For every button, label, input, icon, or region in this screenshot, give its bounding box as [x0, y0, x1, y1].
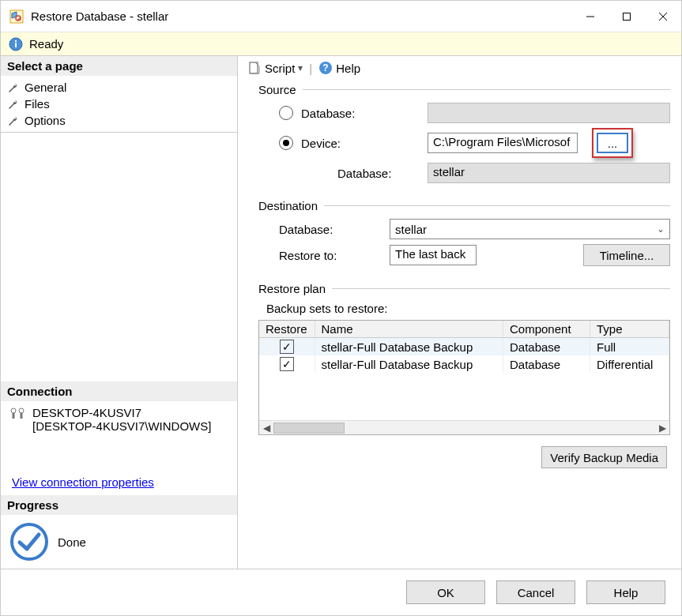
- help-footer-label: Help: [614, 586, 639, 599]
- destination-header: Destination: [258, 199, 318, 212]
- destination-database-label: Database:: [279, 223, 382, 236]
- content-pane: Script ▾ | ? Help Source: [238, 56, 681, 569]
- scroll-thumb[interactable]: [273, 423, 345, 434]
- wrench-icon: [7, 98, 20, 111]
- sidebar-item-options[interactable]: Options: [7, 112, 231, 129]
- verify-backup-media-button[interactable]: Verify Backup Media: [541, 446, 667, 468]
- help-button[interactable]: ? Help: [318, 61, 360, 75]
- maximize-button[interactable]: [609, 4, 645, 29]
- ellipsis-label: ...: [608, 137, 618, 150]
- source-group: Source Database: Device: C:\Program File…: [258, 83, 670, 188]
- connection-server: DESKTOP-4KUSVI7: [32, 406, 211, 419]
- col-restore[interactable]: Restore: [259, 321, 315, 338]
- cell-name: stellar-Full Database Backup: [315, 338, 503, 356]
- ok-label: OK: [437, 586, 454, 599]
- table-row[interactable]: ✓ stellar-Full Database Backup Database …: [259, 355, 669, 373]
- sidebar: Select a page General Files: [1, 56, 238, 569]
- cancel-button[interactable]: Cancel: [496, 580, 575, 604]
- progress-status: Done: [1, 515, 237, 569]
- progress-label: Done: [58, 535, 86, 549]
- svg-point-8: [11, 408, 16, 413]
- cell-type: Differential: [590, 355, 669, 373]
- destination-database-value: stellar: [395, 223, 427, 236]
- status-text: Ready: [29, 37, 63, 51]
- sidebar-header-pages: Select a page: [1, 56, 237, 76]
- svg-point-10: [19, 408, 24, 413]
- sidebar-item-files[interactable]: Files: [7, 96, 231, 112]
- sidebar-item-label: Files: [24, 97, 50, 111]
- restore-to-value: The last back: [390, 245, 477, 265]
- restore-to-label: Restore to:: [279, 249, 382, 262]
- view-connection-properties-link[interactable]: View connection properties: [1, 469, 165, 495]
- window-title: Restore Database - stellar: [31, 9, 168, 23]
- svg-rect-7: [15, 40, 17, 42]
- col-component[interactable]: Component: [503, 321, 590, 338]
- close-button[interactable]: [645, 4, 681, 29]
- horizontal-scrollbar[interactable]: ◀ ▶: [259, 420, 669, 434]
- chevron-down-icon: ▾: [298, 62, 303, 73]
- restore-plan-subheader: Backup sets to restore:: [266, 302, 670, 315]
- source-device-radio[interactable]: [279, 136, 293, 150]
- col-type[interactable]: Type: [590, 321, 669, 338]
- toolbar-separator: |: [309, 62, 312, 75]
- server-icon: [9, 406, 26, 423]
- checkmark-circle-icon: [9, 521, 50, 562]
- source-database-label: Database:: [301, 107, 420, 120]
- restore-checkbox[interactable]: ✓: [280, 340, 294, 354]
- scroll-left-arrow[interactable]: ◀: [259, 423, 273, 434]
- sidebar-item-general[interactable]: General: [7, 79, 231, 96]
- col-name[interactable]: Name: [315, 321, 503, 338]
- wrench-icon: [7, 81, 20, 94]
- svg-rect-11: [21, 413, 23, 419]
- cell-component: Database: [503, 355, 590, 373]
- svg-text:?: ?: [323, 62, 329, 73]
- dialog-footer: OK Cancel Help: [1, 569, 681, 615]
- restore-checkbox[interactable]: ✓: [280, 357, 294, 371]
- source-nested-database-value: stellar: [433, 165, 465, 178]
- restore-plan-header: Restore plan: [258, 282, 326, 295]
- restore-database-window: Restore Database - stellar Ready Select: [0, 0, 682, 616]
- sidebar-header-connection: Connection: [1, 381, 237, 401]
- chevron-down-icon: ⌄: [657, 223, 665, 235]
- source-header: Source: [258, 83, 296, 96]
- script-label: Script: [265, 62, 295, 75]
- content-toolbar: Script ▾ | ? Help: [247, 61, 673, 80]
- help-footer-button[interactable]: Help: [586, 580, 665, 604]
- source-device-label: Device:: [301, 137, 420, 150]
- connection-auth: [DESKTOP-4KUSVI7\WINDOWS]: [32, 419, 211, 433]
- cell-name: stellar-Full Database Backup: [315, 355, 503, 373]
- table-row[interactable]: ✓ stellar-Full Database Backup Database …: [259, 338, 669, 356]
- timeline-label: Timeline...: [600, 249, 654, 262]
- source-nested-database-combo[interactable]: stellar: [428, 163, 670, 183]
- wrench-icon: [7, 115, 20, 127]
- backup-sets-table: Restore Name Component Type ✓ stellar-Fu…: [258, 320, 670, 435]
- cell-type: Full: [590, 338, 669, 356]
- restore-plan-group: Restore plan Backup sets to restore: Res…: [258, 282, 670, 475]
- script-dropdown[interactable]: Script ▾: [247, 61, 303, 75]
- destination-database-combo[interactable]: stellar ⌄: [390, 219, 670, 239]
- scroll-right-arrow[interactable]: ▶: [655, 423, 669, 434]
- script-icon: [247, 61, 262, 75]
- help-label: Help: [336, 62, 360, 75]
- source-nested-database-label: Database:: [337, 167, 420, 180]
- status-bar: Ready: [1, 32, 681, 56]
- cancel-label: Cancel: [518, 586, 555, 599]
- sidebar-item-label: Options: [24, 114, 66, 127]
- source-device-path[interactable]: C:\Program Files\Microsof: [428, 133, 578, 153]
- app-icon: [9, 9, 24, 24]
- svg-rect-2: [624, 13, 631, 20]
- source-database-radio[interactable]: [279, 106, 293, 120]
- browse-highlight: ...: [592, 128, 633, 158]
- table-empty-row: [259, 373, 669, 420]
- svg-rect-6: [15, 43, 17, 47]
- sidebar-header-progress: Progress: [1, 495, 237, 515]
- browse-device-button[interactable]: ...: [597, 133, 628, 153]
- source-database-combo: [428, 103, 670, 123]
- ok-button[interactable]: OK: [406, 580, 485, 604]
- cell-component: Database: [503, 338, 590, 356]
- svg-rect-9: [13, 413, 15, 419]
- sidebar-item-label: General: [24, 81, 66, 94]
- verify-label: Verify Backup Media: [550, 451, 658, 464]
- minimize-button[interactable]: [572, 4, 609, 29]
- timeline-button[interactable]: Timeline...: [583, 244, 670, 266]
